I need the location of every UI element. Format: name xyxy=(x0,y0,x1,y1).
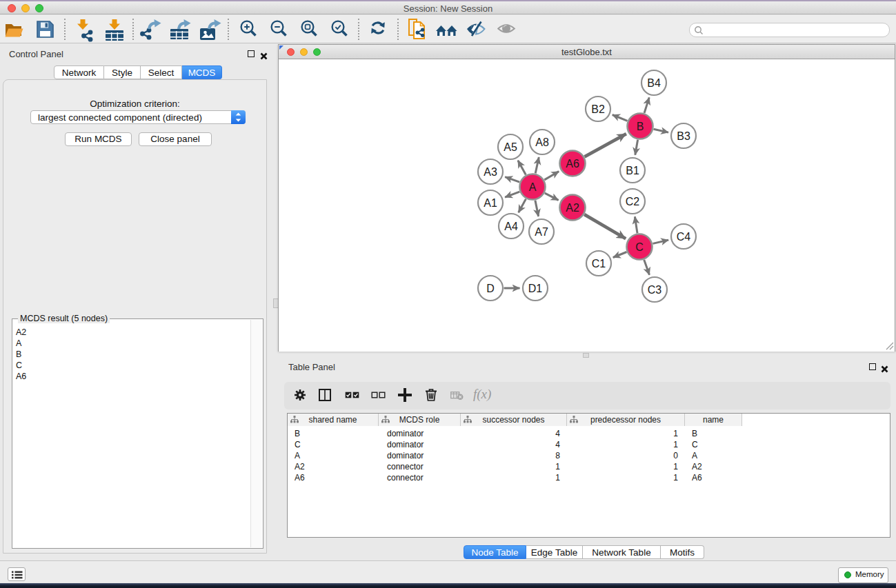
svg-text:A2: A2 xyxy=(566,202,579,214)
svg-text:C3: C3 xyxy=(648,284,662,296)
svg-text:A3: A3 xyxy=(484,166,497,178)
svg-text:C2: C2 xyxy=(626,196,640,207)
svg-text:D: D xyxy=(486,283,495,294)
svg-text:A4: A4 xyxy=(504,221,518,232)
svg-text:A7: A7 xyxy=(535,226,548,238)
svg-text:A1: A1 xyxy=(484,197,497,209)
svg-text:B1: B1 xyxy=(626,165,639,176)
svg-text:A8: A8 xyxy=(535,136,549,148)
svg-text:C4: C4 xyxy=(677,231,691,243)
svg-text:A: A xyxy=(529,181,537,193)
svg-text:D1: D1 xyxy=(528,283,543,294)
svg-text:C1: C1 xyxy=(592,258,606,270)
svg-text:A6: A6 xyxy=(566,158,579,170)
svg-text:C: C xyxy=(635,241,644,253)
svg-text:B4: B4 xyxy=(647,77,661,89)
svg-text:B3: B3 xyxy=(677,130,690,142)
svg-text:B2: B2 xyxy=(591,103,605,115)
svg-text:B: B xyxy=(637,121,644,132)
svg-text:A5: A5 xyxy=(504,141,517,153)
